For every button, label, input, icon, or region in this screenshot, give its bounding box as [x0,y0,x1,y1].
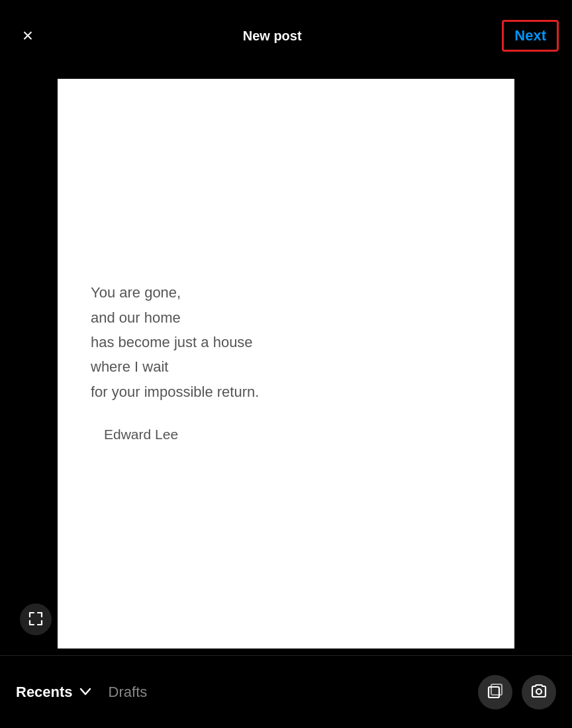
header: × New post Next [0,0,572,72]
bottom-left: Recents Drafts [16,684,147,701]
poem-line-5: for your impossible return. [91,380,259,404]
camera-icon [530,682,548,702]
image-area: You are gone, and our home has become ju… [0,72,572,655]
poem-line-4: where I wait [91,354,259,379]
expand-button[interactable] [20,603,52,635]
poem-line-1: You are gone, [91,280,259,305]
bottom-bar: Recents Drafts [0,655,572,728]
next-button[interactable]: Next [502,20,559,52]
svg-rect-1 [491,684,502,695]
recents-label[interactable]: Recents [16,684,73,701]
poem-line-2: and our home [91,305,259,330]
camera-button[interactable] [522,675,556,709]
multiple-select-button[interactable] [478,675,512,709]
post-image: You are gone, and our home has become ju… [58,79,514,649]
page-title: New post [243,28,302,44]
bottom-right [478,675,556,709]
close-icon: × [23,25,33,46]
expand-icon [28,611,43,628]
multiple-select-icon [486,682,504,702]
poem-author: Edward Lee [104,423,259,446]
poem-content: You are gone, and our home has become ju… [58,280,259,446]
close-button[interactable]: × [13,21,42,50]
drafts-label[interactable]: Drafts [109,684,148,701]
svg-rect-0 [489,687,499,698]
chevron-down-icon [79,685,91,699]
poem-line-3: has become just a house [91,330,259,354]
svg-point-2 [536,689,542,694]
